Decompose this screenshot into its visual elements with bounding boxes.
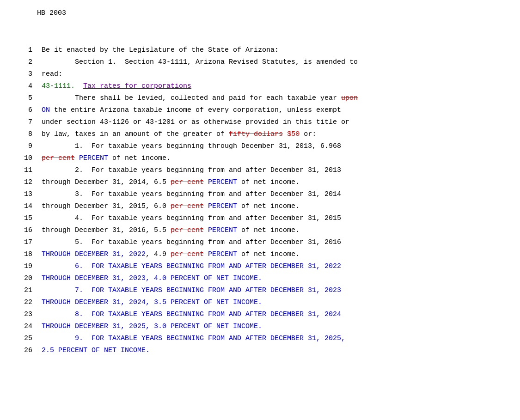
line-text: 2.5 PERCENT OF NET INCOME. [42,345,502,356]
deleted-text: per cent [171,226,204,234]
line-number: 5 [18,93,32,104]
line-number: 6 [18,105,32,116]
line-text: under section 43-1126 or 43-1201 or as o… [42,117,502,128]
line-text: ON the entire Arizona taxable income of … [42,105,502,116]
line-number: 8 [18,129,32,140]
line-number: 16 [18,225,32,236]
deleted-text: per cent [171,178,204,186]
inserted-text: PERCENT [208,178,237,186]
line-number: 9 [18,141,32,152]
line-text: 6. FOR TAXABLE YEARS BEGINNING FROM AND … [42,261,502,272]
line-20: 20 THROUGH DECEMBER 31, 2023, 4.0 PERCEN… [18,273,502,284]
line-4: 4 43-1111. Tax rates for corporations [18,81,502,92]
line-15: 15 4. For taxable years beginning from a… [18,213,502,224]
line-7: 7 under section 43-1126 or 43-1201 or as… [18,117,502,128]
line-number: 1 [18,45,32,56]
line-2: 2 Section 1. Section 43-1111, Arizona Re… [18,57,502,68]
line-text: Section 1. Section 43-1111, Arizona Revi… [42,57,502,68]
inserted-text: PERCENT [208,202,237,210]
line-17: 17 5. For taxable years beginning from a… [18,237,502,248]
line-number: 2 [18,57,32,68]
line-number: 14 [18,201,32,212]
line-14: 14 through December 31, 2015, 6.0 per ce… [18,201,502,212]
inserted-text: THROUGH DECEMBER 31, 2022 [42,250,146,258]
line-text: through December 31, 2016, 5.5 per cent … [42,225,502,236]
document-body: 1 Be it enacted by the Legislature of th… [18,45,502,356]
inserted-text: PERCENT [208,226,237,234]
line-11: 11 2. For taxable years beginning from a… [18,165,502,176]
line-text: THROUGH DECEMBER 31, 2025, 3.0 PERCENT O… [42,321,502,332]
line-text: 5. For taxable years beginning from and … [42,237,502,248]
line-6: 6 ON the entire Arizona taxable income o… [18,105,502,116]
deleted-text: upon [341,94,358,102]
line-12: 12 through December 31, 2014, 6.5 per ce… [18,177,502,188]
line-number: 20 [18,273,32,284]
line-text: 8. FOR TAXABLE YEARS BEGINNING FROM AND … [42,309,502,320]
line-text: 9. FOR TAXABLE YEARS BEGINNING FROM AND … [42,333,502,344]
line-text: by law, taxes in an amount of the greate… [42,129,502,140]
line-21: 21 7. FOR TAXABLE YEARS BEGINNING FROM A… [18,285,502,296]
line-number: 3 [18,69,32,80]
line-5: 5 There shall be levied, collected and p… [18,93,502,104]
line-text: 3. For taxable years beginning from and … [42,189,502,200]
section-number: 43-1111. [42,82,83,90]
line-text: through December 31, 2014, 6.5 per cent … [42,177,502,188]
line-23: 23 8. FOR TAXABLE YEARS BEGINNING FROM A… [18,309,502,320]
line-8: 8 by law, taxes in an amount of the grea… [18,129,502,140]
line-text: 1. For taxable years beginning through D… [42,141,502,152]
line-1: 1 Be it enacted by the Legislature of th… [18,45,502,56]
line-24: 24 THROUGH DECEMBER 31, 2025, 3.0 PERCEN… [18,321,502,332]
line-number: 10 [18,153,32,164]
line-text: 43-1111. Tax rates for corporations [42,81,502,92]
inserted-text: ON [42,106,50,114]
line-number: 15 [18,213,32,224]
line-number: 19 [18,261,32,272]
line-22: 22 THROUGH DECEMBER 31, 2024, 3.5 PERCEN… [18,297,502,308]
line-number: 26 [18,345,32,356]
line-number: 21 [18,285,32,296]
line-text: THROUGH DECEMBER 31, 2023, 4.0 PERCENT O… [42,273,502,284]
deleted-text: per cent [42,154,75,162]
line-19: 19 6. FOR TAXABLE YEARS BEGINNING FROM A… [18,261,502,272]
deleted-text: fifty dollars [229,130,283,138]
line-3: 3 read: [18,69,502,80]
line-9: 9 1. For taxable years beginning through… [18,141,502,152]
line-text: per cent PERCENT of net income. [42,153,502,164]
line-number: 25 [18,333,32,344]
line-text: 2. For taxable years beginning from and … [42,165,502,176]
line-number: 11 [18,165,32,176]
deleted-text: per cent [171,250,204,258]
line-number: 24 [18,321,32,332]
line-text: read: [42,69,502,80]
line-text: There shall be levied, collected and pai… [42,93,502,104]
line-number: 17 [18,237,32,248]
line-text: 7. FOR TAXABLE YEARS BEGINNING FROM AND … [42,285,502,296]
inserted-text: PERCENT [79,154,108,162]
inserted-text: $50 [287,130,300,138]
line-text: THROUGH DECEMBER 31, 2024, 3.5 PERCENT O… [42,297,502,308]
line-number: 23 [18,309,32,320]
line-number: 7 [18,117,32,128]
line-number: 12 [18,177,32,188]
document-title: HB 2003 [37,9,502,17]
line-10: 10 per cent PERCENT of net income. [18,153,502,164]
line-text: 4. For taxable years beginning from and … [42,213,502,224]
line-text: THROUGH DECEMBER 31, 2022, 4.9 per cent … [42,249,502,260]
line-text: through December 31, 2015, 6.0 per cent … [42,201,502,212]
line-25: 25 9. FOR TAXABLE YEARS BEGINNING FROM A… [18,333,502,344]
section-title: Tax rates for corporations [83,82,191,90]
line-18: 18 THROUGH DECEMBER 31, 2022, 4.9 per ce… [18,249,502,260]
line-number: 22 [18,297,32,308]
line-text: Be it enacted by the Legislature of the … [42,45,502,56]
inserted-text: PERCENT [208,250,237,258]
line-number: 4 [18,81,32,92]
line-number: 18 [18,249,32,260]
line-26: 26 2.5 PERCENT OF NET INCOME. [18,345,502,356]
line-13: 13 3. For taxable years beginning from a… [18,189,502,200]
deleted-text: per cent [171,202,204,210]
line-16: 16 through December 31, 2016, 5.5 per ce… [18,225,502,236]
line-number: 13 [18,189,32,200]
